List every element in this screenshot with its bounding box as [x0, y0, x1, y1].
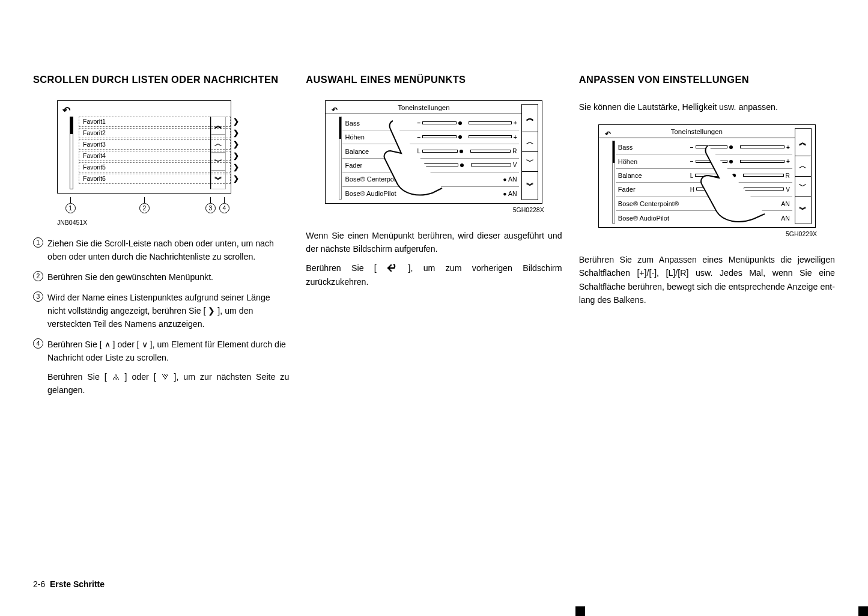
back-arrow-icon: [387, 264, 398, 272]
list-item[interactable]: Favorit2❯: [79, 128, 231, 138]
chevron-icon[interactable]: ❯: [232, 117, 240, 126]
page-up-icon[interactable]: ︿: [211, 135, 226, 153]
screen-title: Toneinstellungen: [671, 128, 723, 135]
heading-adjust-settings: ANPASSEN VON EINSTELLUNGEN: [579, 72, 835, 87]
step-number: 2: [33, 271, 43, 281]
column-1: SCROLLEN DURCH LISTEN ODER NACHRICHTEN ↶…: [33, 72, 289, 403]
chevron-icon[interactable]: ❯: [232, 129, 240, 137]
list-item[interactable]: Favorit5❯: [79, 162, 231, 172]
step-text: Wird der Name eines Listenpunktes aufgru…: [47, 291, 289, 331]
column-3: ANPASSEN VON EINSTELLUNGEN Sie können di…: [579, 72, 835, 403]
figure-caption: 5GH0228X: [513, 206, 544, 213]
chevron-icon[interactable]: ❯: [232, 163, 240, 171]
scrollbar-thumb[interactable]: [70, 117, 73, 134]
chevron-icon[interactable]: ❯: [232, 140, 240, 148]
screen-title: Toneinstellungen: [398, 104, 449, 111]
page-down-double-icon[interactable]: ︾: [211, 171, 226, 189]
section-title: Erste Schritte: [50, 579, 105, 589]
paragraph: Berühren Sie zum Anpassen eines Menüpunk…: [579, 253, 835, 307]
back-icon[interactable]: ↶: [332, 106, 338, 114]
page-number: 2-6: [33, 579, 45, 589]
page-up-icon[interactable]: ︿: [795, 156, 812, 176]
step-text: Berühren Sie [ ∧ ] oder [ ∨ ], um Elemen…: [47, 338, 289, 364]
page-down-icon[interactable]: ﹀: [795, 176, 812, 197]
figure-favorites-list: ↶ Favorit1❯ Favorit2❯ Favorit3❯ Favorit4…: [57, 100, 231, 194]
page-down-icon[interactable]: ﹀: [211, 153, 226, 171]
page-down-double-icon[interactable]: ︾: [795, 196, 812, 224]
page-down-double-icon[interactable]: ︾: [521, 171, 538, 200]
list-item[interactable]: Favorit3❯: [79, 139, 231, 150]
paragraph: Berühren Sie [ ], um zum vorherigen Bild…: [306, 261, 562, 288]
step-text: Berühren Sie den gewünschten Menü­punkt.: [47, 270, 213, 284]
figure-caption: JNB0451X: [57, 219, 271, 226]
back-icon[interactable]: ↶: [605, 130, 611, 138]
figure-caption: 5GH0229X: [786, 230, 817, 237]
page-footer: 2-6 Erste Schritte: [33, 579, 835, 589]
list-item[interactable]: Favorit4❯: [79, 151, 231, 161]
crop-mark: [575, 606, 585, 616]
page-up-double-icon[interactable]: ︽: [795, 128, 812, 156]
figure-sound-settings-2: ↶Toneinstellungen Bass−+ Höhen−+ Balance…: [598, 124, 816, 228]
back-icon[interactable]: ↶: [62, 105, 70, 116]
page-control: ︽ ︿ ﹀ ︾: [210, 117, 226, 189]
figure-indicator-row: 1 2 3 4: [57, 197, 289, 216]
list-item[interactable]: Favorit1❯: [79, 117, 231, 127]
paragraph: Sie können die Lautstärke, Helligkeit us…: [579, 100, 835, 114]
print-marks: [0, 606, 868, 616]
figure-sound-settings-1: ↶Toneinstellungen Bass−+ Höhen−+ Balance…: [325, 100, 542, 204]
page-up-double-icon[interactable]: ︽: [211, 117, 226, 135]
sub-note: Berühren Sie [ ⩓ ] oder [ ⩔ ], um zur nä…: [33, 370, 289, 397]
paragraph: Wenn Sie einen Menüpunkt berühren, wird …: [306, 229, 562, 256]
manual-page: SCROLLEN DURCH LISTEN ODER NACHRICHTEN ↶…: [0, 0, 868, 616]
step-number: 1: [33, 237, 43, 248]
page-up-icon[interactable]: ︿: [521, 132, 538, 152]
chevron-icon[interactable]: ❯: [232, 151, 240, 160]
step-number: 4: [33, 338, 43, 349]
step-number: 3: [33, 291, 43, 302]
scrollbar-track[interactable]: [70, 117, 73, 189]
instruction-list: 1Ziehen Sie die Scroll-Leiste nach oben …: [33, 237, 289, 364]
heading-scroll-lists: SCROLLEN DURCH LISTEN ODER NACHRICHTEN: [33, 72, 289, 87]
heading-select-menu: AUSWAHL EINES MENÜPUNKTS: [306, 72, 562, 87]
page-down-icon[interactable]: ﹀: [521, 151, 538, 172]
chevron-icon[interactable]: ❯: [232, 174, 240, 183]
page-up-double-icon[interactable]: ︽: [521, 104, 538, 132]
step-text: Ziehen Sie die Scroll-Leiste nach oben o…: [47, 237, 289, 263]
crop-mark: [858, 606, 868, 616]
list-item[interactable]: Favorit6❯: [79, 174, 231, 184]
column-2: AUSWAHL EINES MENÜPUNKTS ↶Toneinstellung…: [306, 72, 562, 403]
